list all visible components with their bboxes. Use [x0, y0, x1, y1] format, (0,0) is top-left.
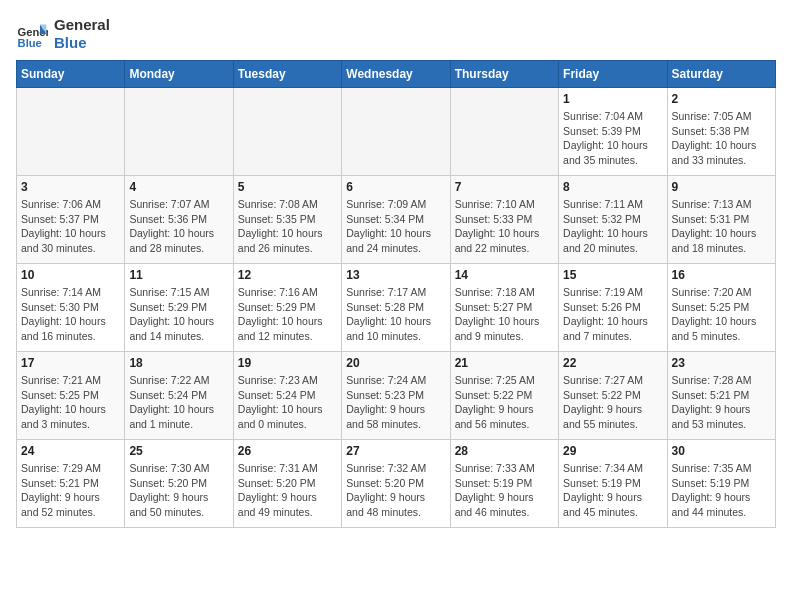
- calendar-cell: 14Sunrise: 7:18 AM Sunset: 5:27 PM Dayli…: [450, 264, 558, 352]
- calendar-cell: 13Sunrise: 7:17 AM Sunset: 5:28 PM Dayli…: [342, 264, 450, 352]
- day-info: Sunrise: 7:04 AM Sunset: 5:39 PM Dayligh…: [563, 109, 662, 168]
- day-number: 21: [455, 356, 554, 370]
- calendar-cell: 23Sunrise: 7:28 AM Sunset: 5:21 PM Dayli…: [667, 352, 775, 440]
- day-number: 29: [563, 444, 662, 458]
- calendar-cell: 8Sunrise: 7:11 AM Sunset: 5:32 PM Daylig…: [559, 176, 667, 264]
- day-info: Sunrise: 7:11 AM Sunset: 5:32 PM Dayligh…: [563, 197, 662, 256]
- calendar-cell: 20Sunrise: 7:24 AM Sunset: 5:23 PM Dayli…: [342, 352, 450, 440]
- day-number: 11: [129, 268, 228, 282]
- calendar-cell: 9Sunrise: 7:13 AM Sunset: 5:31 PM Daylig…: [667, 176, 775, 264]
- day-number: 15: [563, 268, 662, 282]
- day-info: Sunrise: 7:21 AM Sunset: 5:25 PM Dayligh…: [21, 373, 120, 432]
- day-info: Sunrise: 7:30 AM Sunset: 5:20 PM Dayligh…: [129, 461, 228, 520]
- calendar-header-row: SundayMondayTuesdayWednesdayThursdayFrid…: [17, 61, 776, 88]
- day-header-wednesday: Wednesday: [342, 61, 450, 88]
- day-info: Sunrise: 7:32 AM Sunset: 5:20 PM Dayligh…: [346, 461, 445, 520]
- day-number: 13: [346, 268, 445, 282]
- day-number: 4: [129, 180, 228, 194]
- calendar-cell: 11Sunrise: 7:15 AM Sunset: 5:29 PM Dayli…: [125, 264, 233, 352]
- calendar-cell: [125, 88, 233, 176]
- calendar-cell: 19Sunrise: 7:23 AM Sunset: 5:24 PM Dayli…: [233, 352, 341, 440]
- day-info: Sunrise: 7:10 AM Sunset: 5:33 PM Dayligh…: [455, 197, 554, 256]
- week-row-5: 24Sunrise: 7:29 AM Sunset: 5:21 PM Dayli…: [17, 440, 776, 528]
- calendar-cell: 26Sunrise: 7:31 AM Sunset: 5:20 PM Dayli…: [233, 440, 341, 528]
- calendar-table: SundayMondayTuesdayWednesdayThursdayFrid…: [16, 60, 776, 528]
- week-row-4: 17Sunrise: 7:21 AM Sunset: 5:25 PM Dayli…: [17, 352, 776, 440]
- day-number: 22: [563, 356, 662, 370]
- day-info: Sunrise: 7:22 AM Sunset: 5:24 PM Dayligh…: [129, 373, 228, 432]
- day-number: 8: [563, 180, 662, 194]
- calendar-cell: 7Sunrise: 7:10 AM Sunset: 5:33 PM Daylig…: [450, 176, 558, 264]
- day-info: Sunrise: 7:19 AM Sunset: 5:26 PM Dayligh…: [563, 285, 662, 344]
- day-number: 26: [238, 444, 337, 458]
- day-number: 23: [672, 356, 771, 370]
- day-info: Sunrise: 7:05 AM Sunset: 5:38 PM Dayligh…: [672, 109, 771, 168]
- day-info: Sunrise: 7:34 AM Sunset: 5:19 PM Dayligh…: [563, 461, 662, 520]
- day-info: Sunrise: 7:14 AM Sunset: 5:30 PM Dayligh…: [21, 285, 120, 344]
- day-info: Sunrise: 7:15 AM Sunset: 5:29 PM Dayligh…: [129, 285, 228, 344]
- calendar-cell: [450, 88, 558, 176]
- day-info: Sunrise: 7:31 AM Sunset: 5:20 PM Dayligh…: [238, 461, 337, 520]
- calendar-cell: 30Sunrise: 7:35 AM Sunset: 5:19 PM Dayli…: [667, 440, 775, 528]
- week-row-2: 3Sunrise: 7:06 AM Sunset: 5:37 PM Daylig…: [17, 176, 776, 264]
- calendar-cell: 4Sunrise: 7:07 AM Sunset: 5:36 PM Daylig…: [125, 176, 233, 264]
- page-header: General Blue General Blue: [16, 16, 776, 52]
- day-info: Sunrise: 7:20 AM Sunset: 5:25 PM Dayligh…: [672, 285, 771, 344]
- day-info: Sunrise: 7:06 AM Sunset: 5:37 PM Dayligh…: [21, 197, 120, 256]
- calendar-cell: 16Sunrise: 7:20 AM Sunset: 5:25 PM Dayli…: [667, 264, 775, 352]
- calendar-cell: 2Sunrise: 7:05 AM Sunset: 5:38 PM Daylig…: [667, 88, 775, 176]
- day-number: 24: [21, 444, 120, 458]
- day-info: Sunrise: 7:08 AM Sunset: 5:35 PM Dayligh…: [238, 197, 337, 256]
- day-info: Sunrise: 7:28 AM Sunset: 5:21 PM Dayligh…: [672, 373, 771, 432]
- day-number: 30: [672, 444, 771, 458]
- day-header-friday: Friday: [559, 61, 667, 88]
- day-info: Sunrise: 7:18 AM Sunset: 5:27 PM Dayligh…: [455, 285, 554, 344]
- calendar-cell: 6Sunrise: 7:09 AM Sunset: 5:34 PM Daylig…: [342, 176, 450, 264]
- calendar-cell: 25Sunrise: 7:30 AM Sunset: 5:20 PM Dayli…: [125, 440, 233, 528]
- calendar-cell: 5Sunrise: 7:08 AM Sunset: 5:35 PM Daylig…: [233, 176, 341, 264]
- logo-icon: General Blue: [16, 18, 48, 50]
- svg-text:Blue: Blue: [18, 37, 42, 49]
- day-number: 17: [21, 356, 120, 370]
- day-info: Sunrise: 7:13 AM Sunset: 5:31 PM Dayligh…: [672, 197, 771, 256]
- day-info: Sunrise: 7:17 AM Sunset: 5:28 PM Dayligh…: [346, 285, 445, 344]
- day-number: 19: [238, 356, 337, 370]
- day-number: 20: [346, 356, 445, 370]
- calendar-cell: 28Sunrise: 7:33 AM Sunset: 5:19 PM Dayli…: [450, 440, 558, 528]
- day-info: Sunrise: 7:16 AM Sunset: 5:29 PM Dayligh…: [238, 285, 337, 344]
- day-number: 3: [21, 180, 120, 194]
- day-number: 14: [455, 268, 554, 282]
- calendar-cell: 12Sunrise: 7:16 AM Sunset: 5:29 PM Dayli…: [233, 264, 341, 352]
- logo-line2: Blue: [54, 34, 110, 52]
- day-header-saturday: Saturday: [667, 61, 775, 88]
- calendar-cell: 27Sunrise: 7:32 AM Sunset: 5:20 PM Dayli…: [342, 440, 450, 528]
- day-info: Sunrise: 7:09 AM Sunset: 5:34 PM Dayligh…: [346, 197, 445, 256]
- week-row-1: 1Sunrise: 7:04 AM Sunset: 5:39 PM Daylig…: [17, 88, 776, 176]
- calendar-cell: [17, 88, 125, 176]
- day-header-tuesday: Tuesday: [233, 61, 341, 88]
- calendar-cell: 29Sunrise: 7:34 AM Sunset: 5:19 PM Dayli…: [559, 440, 667, 528]
- calendar-cell: [342, 88, 450, 176]
- day-number: 6: [346, 180, 445, 194]
- day-info: Sunrise: 7:07 AM Sunset: 5:36 PM Dayligh…: [129, 197, 228, 256]
- logo-line1: General: [54, 16, 110, 34]
- day-info: Sunrise: 7:25 AM Sunset: 5:22 PM Dayligh…: [455, 373, 554, 432]
- day-number: 16: [672, 268, 771, 282]
- day-number: 28: [455, 444, 554, 458]
- day-info: Sunrise: 7:29 AM Sunset: 5:21 PM Dayligh…: [21, 461, 120, 520]
- calendar-cell: 24Sunrise: 7:29 AM Sunset: 5:21 PM Dayli…: [17, 440, 125, 528]
- calendar-cell: 21Sunrise: 7:25 AM Sunset: 5:22 PM Dayli…: [450, 352, 558, 440]
- day-header-thursday: Thursday: [450, 61, 558, 88]
- day-number: 18: [129, 356, 228, 370]
- calendar-cell: 18Sunrise: 7:22 AM Sunset: 5:24 PM Dayli…: [125, 352, 233, 440]
- day-number: 25: [129, 444, 228, 458]
- day-number: 12: [238, 268, 337, 282]
- day-number: 7: [455, 180, 554, 194]
- day-info: Sunrise: 7:27 AM Sunset: 5:22 PM Dayligh…: [563, 373, 662, 432]
- day-info: Sunrise: 7:35 AM Sunset: 5:19 PM Dayligh…: [672, 461, 771, 520]
- calendar-cell: 10Sunrise: 7:14 AM Sunset: 5:30 PM Dayli…: [17, 264, 125, 352]
- calendar-cell: 3Sunrise: 7:06 AM Sunset: 5:37 PM Daylig…: [17, 176, 125, 264]
- day-number: 10: [21, 268, 120, 282]
- day-info: Sunrise: 7:33 AM Sunset: 5:19 PM Dayligh…: [455, 461, 554, 520]
- day-info: Sunrise: 7:23 AM Sunset: 5:24 PM Dayligh…: [238, 373, 337, 432]
